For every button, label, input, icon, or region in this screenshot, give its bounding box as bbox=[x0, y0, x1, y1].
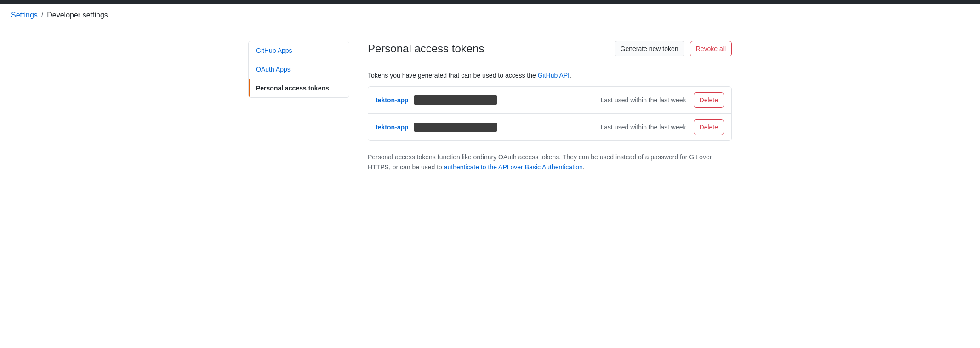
table-row: tekton-app Last used within the last wee… bbox=[368, 87, 731, 114]
content-area: Personal access tokens Generate new toke… bbox=[368, 41, 732, 173]
delete-token-button-1[interactable]: Delete bbox=[694, 92, 724, 108]
breadcrumb-separator: / bbox=[41, 11, 43, 19]
generate-new-token-button[interactable]: Generate new token bbox=[615, 41, 684, 56]
basic-auth-link[interactable]: authenticate to the API over Basic Authe… bbox=[444, 163, 583, 171]
content-header: Personal access tokens Generate new toke… bbox=[368, 41, 732, 64]
breadcrumb-settings-link[interactable]: Settings bbox=[11, 11, 38, 19]
breadcrumb: Settings / Developer settings bbox=[0, 4, 980, 27]
revoke-all-button[interactable]: Revoke all bbox=[690, 41, 732, 56]
header-actions: Generate new token Revoke all bbox=[615, 41, 732, 56]
page-footer bbox=[0, 191, 980, 201]
token-last-used-1: Last used within the last week bbox=[601, 96, 686, 104]
token-right-2: Last used within the last week Delete bbox=[601, 119, 724, 135]
token-redacted-1 bbox=[414, 95, 497, 105]
top-bar bbox=[0, 0, 980, 4]
delete-token-button-2[interactable]: Delete bbox=[694, 119, 724, 135]
token-left-1: tekton-app bbox=[376, 95, 497, 105]
page-title: Personal access tokens bbox=[368, 42, 484, 55]
token-right-1: Last used within the last week Delete bbox=[601, 92, 724, 108]
token-last-used-2: Last used within the last week bbox=[601, 123, 686, 131]
token-name-2[interactable]: tekton-app bbox=[376, 123, 409, 131]
token-left-2: tekton-app bbox=[376, 123, 497, 132]
sidebar-item-oauth-apps[interactable]: OAuth Apps bbox=[249, 60, 349, 79]
footer-description: Personal access tokens function like ord… bbox=[368, 152, 732, 173]
description-text-suffix: . bbox=[570, 72, 571, 79]
github-api-link[interactable]: GitHub API bbox=[538, 72, 570, 79]
footer-text-suffix: . bbox=[583, 163, 585, 171]
breadcrumb-current: Developer settings bbox=[47, 11, 108, 19]
sidebar-item-personal-access-tokens[interactable]: Personal access tokens bbox=[249, 79, 349, 97]
table-row: tekton-app Last used within the last wee… bbox=[368, 114, 731, 140]
token-name-1[interactable]: tekton-app bbox=[376, 96, 409, 104]
sidebar: GitHub Apps OAuth Apps Personal access t… bbox=[248, 41, 349, 98]
description-text-prefix: Tokens you have generated that can be us… bbox=[368, 72, 538, 79]
tokens-list: tekton-app Last used within the last wee… bbox=[368, 86, 732, 141]
token-redacted-2 bbox=[414, 123, 497, 132]
sidebar-item-github-apps[interactable]: GitHub Apps bbox=[249, 41, 349, 60]
main-layout: GitHub Apps OAuth Apps Personal access t… bbox=[237, 41, 743, 173]
description-text: Tokens you have generated that can be us… bbox=[368, 72, 732, 79]
